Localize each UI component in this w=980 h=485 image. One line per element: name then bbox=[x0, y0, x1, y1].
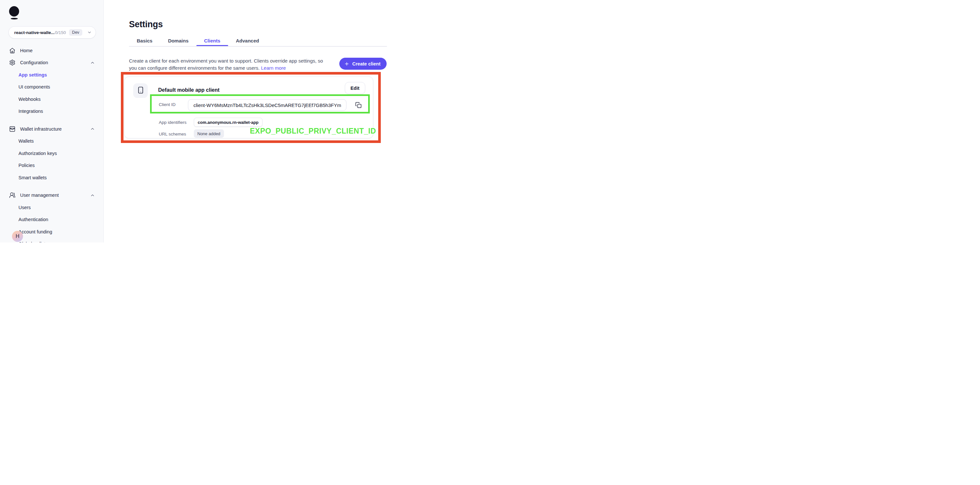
tab-label: Basics bbox=[137, 38, 152, 43]
tab-label: Advanced bbox=[236, 38, 259, 43]
sidebar-item-label: App settings bbox=[19, 72, 47, 78]
sidebar-item-label: Account funding bbox=[19, 229, 52, 235]
sidebar-item-app-settings[interactable]: App settings bbox=[0, 69, 103, 81]
sidebar-item-users[interactable]: Users bbox=[0, 201, 103, 214]
tab-label: Clients bbox=[204, 38, 220, 43]
project-name: react-native-walle... bbox=[14, 30, 55, 35]
sidebar-item-label: Smart wallets bbox=[19, 175, 47, 180]
chevron-up-icon bbox=[90, 126, 95, 131]
annotation-env-var-label: EXPO_PUBLIC_PRIVY_CLIENT_ID bbox=[250, 127, 376, 136]
sidebar-item-label: User management bbox=[20, 193, 59, 198]
app-window: react-native-walle... 0/150 Dev Home Con… bbox=[0, 0, 490, 242]
chevron-down-icon bbox=[87, 30, 92, 35]
client-card-region: Default mobile app client Edit Client ID… bbox=[124, 77, 373, 139]
client-id-field[interactable]: client-WY6MsMznTb4LTcZsHk3LSDeC5mARETG7j… bbox=[188, 99, 347, 111]
learn-more-link[interactable]: Learn more bbox=[261, 65, 286, 71]
sidebar-item-wallet-infrastructure[interactable]: Wallet infrastructure bbox=[0, 123, 103, 135]
project-selector[interactable]: react-native-walle... 0/150 Dev bbox=[8, 26, 96, 38]
sidebar-item-label: Users bbox=[19, 205, 31, 210]
app-identifier-badge: com.anonymous.rn-wallet-app bbox=[194, 118, 262, 127]
privy-logo[interactable] bbox=[9, 6, 19, 16]
url-schemes-badge: None added bbox=[194, 129, 224, 138]
sidebar-item-webhooks[interactable]: Webhooks bbox=[0, 93, 103, 105]
sidebar-item-ui-components[interactable]: UI components bbox=[0, 81, 103, 93]
sidebar: react-native-walle... 0/150 Dev Home Con… bbox=[0, 0, 104, 242]
description-line-1: Create a client for each environment you… bbox=[129, 57, 336, 64]
sidebar-item-label: UI components bbox=[19, 84, 50, 89]
url-schemes-label: URL schemes bbox=[159, 132, 186, 137]
sidebar-item-label: Integrations bbox=[19, 108, 43, 114]
tabs-divider bbox=[129, 46, 387, 47]
mobile-client-tile bbox=[133, 83, 148, 98]
copy-icon[interactable] bbox=[355, 101, 362, 109]
sidebar-item-label: Home bbox=[20, 48, 33, 53]
edit-button[interactable]: Edit bbox=[345, 82, 365, 94]
user-avatar[interactable]: H bbox=[12, 231, 23, 242]
sidebar-item-label: Global wallet bbox=[19, 241, 45, 242]
tab-clients[interactable]: Clients bbox=[196, 35, 228, 46]
tab-domains[interactable]: Domains bbox=[160, 35, 196, 46]
tab-label: Domains bbox=[168, 38, 188, 43]
home-icon bbox=[9, 47, 16, 54]
sidebar-item-label: Webhooks bbox=[19, 97, 40, 102]
sidebar-item-integrations[interactable]: Integrations bbox=[0, 105, 103, 118]
description-line-2: you can configure different environments… bbox=[129, 64, 336, 72]
sidebar-item-label: Wallet infrastructure bbox=[20, 126, 62, 132]
sidebar-item-authentication[interactable]: Authentication bbox=[0, 214, 103, 226]
sidebar-item-label: Policies bbox=[19, 163, 35, 168]
sidebar-item-label: Wallets bbox=[19, 139, 34, 144]
sidebar-item-label: Configuration bbox=[20, 60, 48, 65]
sidebar-item-label: Authentication bbox=[19, 217, 48, 222]
chevron-up-icon bbox=[90, 60, 95, 65]
page-title: Settings bbox=[129, 19, 163, 29]
sidebar-item-label: Authorization keys bbox=[19, 151, 57, 156]
sidebar-item-user-management[interactable]: User management bbox=[0, 189, 103, 202]
sidebar-item-authorization-keys[interactable]: Authorization keys bbox=[0, 147, 103, 160]
wallet-icon bbox=[9, 126, 16, 132]
sidebar-item-wallets[interactable]: Wallets bbox=[0, 135, 103, 147]
avatar-initial: H bbox=[16, 233, 19, 239]
sidebar-item-policies[interactable]: Policies bbox=[0, 160, 103, 172]
tab-advanced[interactable]: Advanced bbox=[228, 35, 267, 46]
tab-basics[interactable]: Basics bbox=[129, 35, 160, 46]
create-client-label: Create client bbox=[352, 61, 380, 67]
create-client-button[interactable]: Create client bbox=[339, 58, 387, 70]
plus-icon bbox=[344, 61, 349, 67]
sidebar-item-smart-wallets[interactable]: Smart wallets bbox=[0, 171, 103, 184]
description-text: you can configure different environments… bbox=[129, 65, 259, 71]
env-badge: Dev bbox=[69, 29, 82, 36]
client-id-label: Client ID bbox=[159, 102, 176, 107]
clients-description: Create a client for each environment you… bbox=[129, 57, 336, 71]
gear-icon bbox=[9, 59, 16, 66]
settings-tabs: Basics Domains Clients Advanced bbox=[129, 35, 267, 46]
sidebar-item-home[interactable]: Home bbox=[0, 45, 103, 57]
chevron-up-icon bbox=[90, 193, 95, 198]
users-icon bbox=[9, 192, 16, 198]
main-content: Settings Basics Domains Clients Advanced… bbox=[104, 0, 490, 242]
sidebar-item-configuration[interactable]: Configuration bbox=[0, 57, 103, 69]
project-usage: 0/150 bbox=[55, 30, 66, 35]
smartphone-icon bbox=[137, 86, 145, 95]
sidebar-nav: Home Configuration App settings UI compo… bbox=[0, 45, 103, 242]
client-card-title: Default mobile app client bbox=[158, 87, 220, 93]
privy-logo-base bbox=[11, 18, 18, 19]
app-identifiers-label: App identifiers bbox=[159, 120, 187, 125]
